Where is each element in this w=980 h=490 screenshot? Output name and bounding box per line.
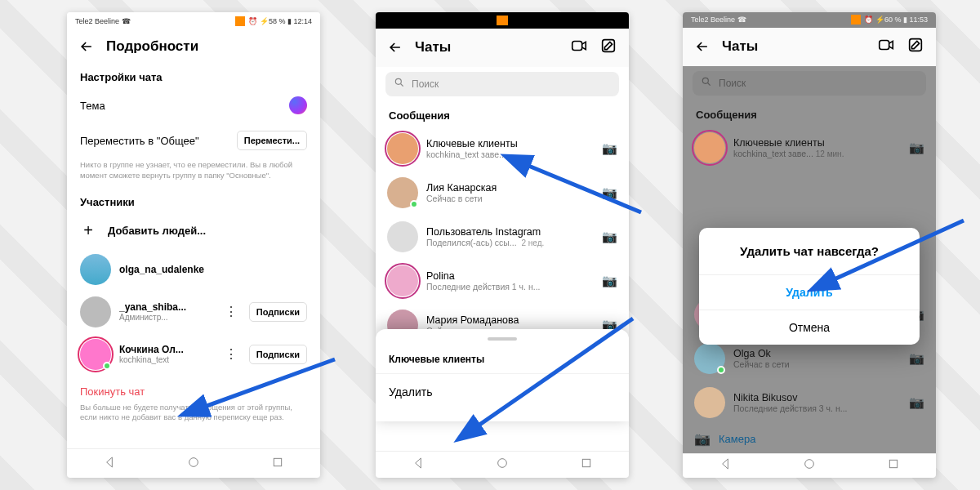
svg-rect-6 xyxy=(583,459,590,466)
chat-name: Polina xyxy=(426,270,594,282)
section-messages: Сообщения xyxy=(376,101,629,127)
avatar xyxy=(387,177,418,208)
page-title: Чаты xyxy=(722,38,758,55)
avatar xyxy=(387,221,418,252)
add-people-label: Добавить людей... xyxy=(108,225,206,237)
nav-back-icon[interactable] xyxy=(103,456,116,472)
theme-color-icon xyxy=(289,96,307,114)
plus-icon: + xyxy=(80,221,96,240)
more-icon[interactable]: ⋮ xyxy=(221,304,241,319)
android-navbar xyxy=(376,451,629,478)
annotation-arrow xyxy=(461,310,641,444)
avatar xyxy=(694,387,725,418)
move-button[interactable]: Перемести... xyxy=(237,131,307,150)
svg-point-10 xyxy=(805,460,814,469)
move-row: Переместить в "Общее" Перемести... xyxy=(67,122,320,158)
chat-name: Пользователь Instagram xyxy=(426,226,594,238)
search-placeholder: Поиск xyxy=(412,78,439,90)
avatar xyxy=(387,133,418,164)
svg-rect-1 xyxy=(274,458,282,466)
status-bar: Tele2 Beeline ☎ ⏰ ⚡60 % ▮ 11:53 xyxy=(683,12,936,28)
chat-item[interactable]: PolinaПоследние действия 1 ч. н...📷 xyxy=(376,259,629,303)
video-icon[interactable] xyxy=(877,36,895,58)
add-people-row[interactable]: + Добавить людей... xyxy=(67,213,320,248)
nav-recent-icon[interactable] xyxy=(580,457,593,473)
chat-name: Ключевые клиенты xyxy=(426,138,594,149)
compose-icon[interactable] xyxy=(906,36,924,58)
svg-point-0 xyxy=(189,457,198,466)
member-name: olga_na_udalenke xyxy=(119,264,307,275)
camera-icon[interactable]: 📷 xyxy=(602,141,617,156)
avatar xyxy=(694,343,725,374)
nav-home-icon[interactable] xyxy=(496,457,509,473)
carrier-label: Tele2 Beeline ☎ xyxy=(75,17,131,25)
carrier-label: Tele2 Beeline ☎ xyxy=(691,16,746,24)
search-input[interactable]: Поиск xyxy=(385,72,619,96)
dialog-cancel-button[interactable]: Отмена xyxy=(699,310,920,345)
avatar xyxy=(80,254,111,285)
annotation-arrow xyxy=(188,351,343,428)
avatar xyxy=(80,339,111,370)
notification-icon xyxy=(235,16,245,26)
nav-recent-icon[interactable] xyxy=(887,457,900,474)
camera-icon[interactable]: 📷 xyxy=(602,229,617,244)
nav-home-icon[interactable] xyxy=(803,457,816,474)
page-title: Подробности xyxy=(106,38,198,55)
status-bar: Tele2 Beeline ☎ ⏰ ⚡58 % ▮ 12:14 xyxy=(67,12,320,30)
svg-rect-7 xyxy=(880,40,889,49)
member-name: _yana_shiba... xyxy=(119,301,213,313)
header: Подробности xyxy=(67,30,320,63)
nav-recent-icon[interactable] xyxy=(271,456,284,472)
status-bar xyxy=(376,12,629,29)
page-title: Чаты xyxy=(415,39,451,56)
svg-rect-11 xyxy=(890,461,898,468)
member-role: Администр... xyxy=(119,313,213,322)
chat-preview: Последние действия 1 ч. н... xyxy=(426,282,594,292)
nav-back-icon[interactable] xyxy=(412,457,425,473)
back-icon[interactable] xyxy=(387,39,403,56)
member-row[interactable]: _yana_shiba...Администр... ⋮ Подписки xyxy=(67,291,320,333)
move-help-text: Никто в группе не узнает, что ее перемес… xyxy=(67,158,320,188)
avatar xyxy=(694,132,725,163)
theme-row[interactable]: Тема xyxy=(67,88,320,122)
svg-point-4 xyxy=(395,79,401,85)
video-icon[interactable] xyxy=(570,37,588,59)
online-dot-icon xyxy=(103,362,111,370)
header: Чаты xyxy=(376,29,629,67)
compose-icon[interactable] xyxy=(599,37,617,59)
search-icon xyxy=(394,77,405,91)
annotation-arrow xyxy=(817,212,972,297)
annotation-arrow xyxy=(510,155,649,224)
online-dot-icon xyxy=(410,200,418,208)
nav-back-icon[interactable] xyxy=(719,457,732,474)
chat-time: 2 нед. xyxy=(521,238,544,247)
notification-icon xyxy=(851,15,861,24)
back-icon[interactable] xyxy=(78,38,95,55)
camera-icon[interactable]: 📷 xyxy=(602,274,617,288)
member-row[interactable]: olga_na_udalenke xyxy=(67,248,320,291)
section-chat-settings: Настройки чата xyxy=(67,63,320,88)
theme-label: Тема xyxy=(80,100,281,112)
chat-preview: Поделился(-ась) ссы... xyxy=(426,238,517,247)
move-label: Переместить в "Общее" xyxy=(80,135,229,147)
back-icon[interactable] xyxy=(694,38,710,55)
battery-time: ⏰ ⚡60 % ▮ 11:53 xyxy=(864,16,928,24)
header: Чаты xyxy=(683,28,936,66)
subscribe-button[interactable]: Подписки xyxy=(249,302,307,322)
online-dot-icon xyxy=(717,366,725,374)
avatar xyxy=(387,265,418,296)
avatar xyxy=(80,296,111,327)
android-navbar xyxy=(683,453,936,478)
battery-time: ⏰ ⚡58 % ▮ 12:14 xyxy=(248,17,312,25)
notification-icon xyxy=(497,16,508,25)
nav-home-icon[interactable] xyxy=(187,456,200,472)
section-members: Участники xyxy=(67,188,320,213)
svg-rect-2 xyxy=(572,41,582,50)
svg-point-5 xyxy=(498,459,507,468)
android-navbar xyxy=(67,448,320,478)
